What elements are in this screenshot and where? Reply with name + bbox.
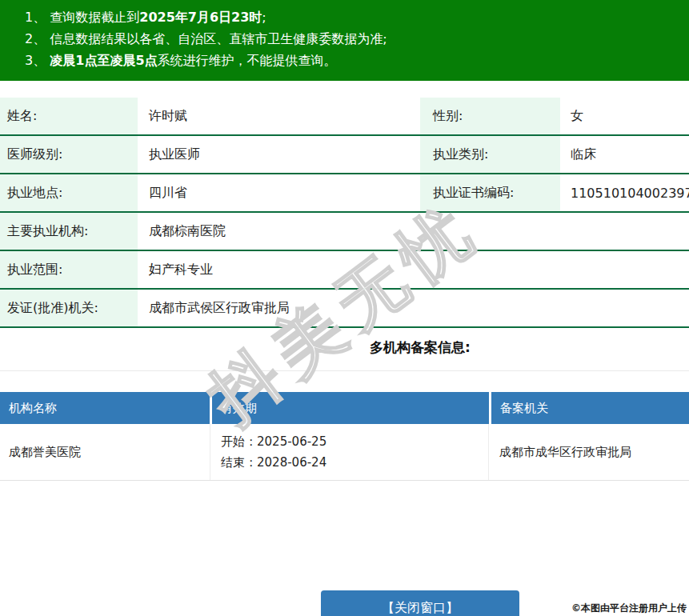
field-value-location: 四川省: [138, 174, 420, 211]
table-row: 成都誉美医院 开始：2025-06-25 结束：2028-06-24 成都市成华…: [0, 424, 689, 481]
field-label-gender: 性别:: [420, 98, 560, 134]
table-row: 执业地点: 四川省 执业证书编码: 110510104002397: [0, 174, 689, 213]
validity-end: 结束：2028-06-24: [221, 452, 488, 473]
notice-bold-text: 2025年7月6日23时: [139, 10, 262, 25]
validity-start: 开始：2025-06-25: [221, 431, 488, 452]
filing-records-table: 机构名称 有效期 备案机关 成都誉美医院 开始：2025-06-25 结束：20…: [0, 392, 689, 481]
field-label-category: 执业类别:: [420, 136, 560, 173]
notice-line-3: 3、 凌晨1点至凌晨5点系统进行维护，不能提供查询。: [25, 50, 689, 71]
field-value-category: 临床: [560, 136, 689, 173]
notice-line-2: 2、 信息数据结果以各省、自治区、直辖市卫生健康委数据为准;: [25, 28, 689, 50]
section-title-multi-institution: 多机构备案信息:: [0, 338, 689, 357]
notice-text: 1、 查询数据截止到: [25, 10, 139, 25]
field-value-level: 执业医师: [138, 136, 420, 173]
section-divider: [0, 370, 689, 371]
field-value-name: 许时赋: [138, 98, 420, 134]
notice-banner: 1、 查询数据截止到2025年7月6日23时; 2、 信息数据结果以各省、自治区…: [0, 0, 689, 81]
cell-institution-name: 成都誉美医院: [0, 424, 210, 480]
cell-validity-period: 开始：2025-06-25 结束：2028-06-24: [210, 424, 489, 480]
field-value-gender: 女: [560, 98, 689, 134]
table-header-row: 机构名称 有效期 备案机关: [0, 392, 689, 424]
field-label-cert-number: 执业证书编码:: [420, 174, 560, 211]
column-header-authority: 备案机关: [491, 392, 689, 424]
field-value-issuing-authority: 成都市武侯区行政审批局: [138, 290, 689, 326]
field-value-cert-number: 110510104002397: [560, 174, 689, 211]
close-window-button[interactable]: 【关闭窗口】: [321, 590, 519, 616]
page-content: 1、 查询数据截止到2025年7月6日23时; 2、 信息数据结果以各省、自治区…: [0, 0, 689, 616]
field-label-location: 执业地点:: [0, 174, 138, 211]
query-result-page: 1、 查询数据截止到2025年7月6日23时; 2、 信息数据结果以各省、自治区…: [0, 0, 689, 616]
field-label-main-institution: 主要执业机构:: [0, 213, 138, 250]
cell-filing-authority: 成都市成华区行政审批局: [489, 424, 689, 480]
field-label-issuing-authority: 发证(批准)机关:: [0, 290, 138, 326]
table-row: 姓名: 许时赋 性别: 女: [0, 98, 689, 136]
notice-bold-text: 凌晨1点至凌晨5点: [50, 53, 157, 68]
notice-text: 系统进行维护，不能提供查询。: [158, 53, 337, 68]
notice-text: 2、 信息数据结果以各省、自治区、直辖市卫生健康委数据为准;: [25, 31, 387, 46]
column-header-validity: 有效期: [212, 392, 489, 424]
notice-text: ;: [262, 10, 266, 25]
notice-line-1: 1、 查询数据截止到2025年7月6日23时;: [25, 6, 689, 28]
physician-profile-table: 姓名: 许时赋 性别: 女 医师级别: 执业医师 执业类别: 临床 执业地点: …: [0, 98, 689, 328]
table-row: 发证(批准)机关: 成都市武侯区行政审批局: [0, 290, 689, 328]
field-value-practice-scope: 妇产科专业: [138, 251, 689, 288]
table-row: 医师级别: 执业医师 执业类别: 临床: [0, 136, 689, 174]
field-label-practice-scope: 执业范围:: [0, 251, 138, 288]
notice-text: 3、: [25, 53, 50, 68]
table-row: 执业范围: 妇产科专业: [0, 251, 689, 290]
field-value-main-institution: 成都棕南医院: [138, 213, 689, 250]
field-label-name: 姓名:: [0, 98, 138, 134]
table-row: 主要执业机构: 成都棕南医院: [0, 213, 689, 251]
field-label-level: 医师级别:: [0, 136, 138, 173]
column-header-institution: 机构名称: [0, 392, 210, 424]
